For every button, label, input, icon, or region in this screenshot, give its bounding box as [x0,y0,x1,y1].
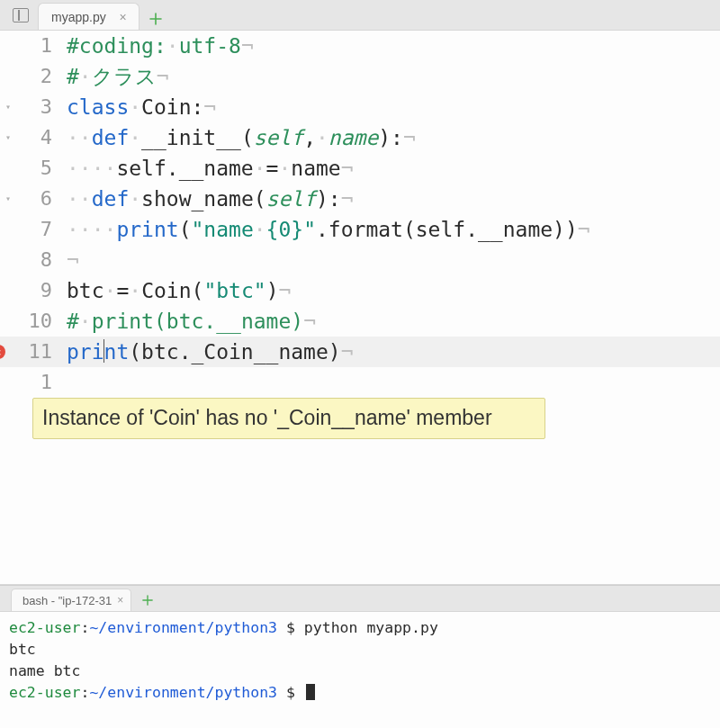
fold-icon[interactable]: ▾ [5,122,11,153]
terminal-output-line: btc [9,639,711,661]
code-text[interactable]: ¬ [63,245,720,275]
code-line[interactable]: 2#·クラス¬ [0,61,720,92]
code-line[interactable]: 9btc·=·Coin("btc")¬ [0,275,720,306]
line-gutter[interactable]: 6▾ [0,184,63,214]
code-line[interactable]: 8¬ [0,245,720,275]
terminal-tab-label: bash - "ip-172-31 [22,594,112,607]
terminal-output-line: name btc [9,661,711,682]
code-line[interactable]: 7····print("name·{0}".format(self.__name… [0,214,720,245]
editor-pane: myapp.py × 1#coding:·utf-8¬2#·クラス¬3▾clas… [0,0,720,585]
line-gutter[interactable]: 5 [0,153,63,184]
code-text[interactable]: class·Coin:¬ [63,92,720,122]
code-text[interactable]: ····print("name·{0}".format(self.__name)… [63,214,720,245]
line-gutter[interactable]: 2 [0,61,63,92]
code-line[interactable]: 11✕print(btc._Coin__name)¬ [0,337,720,367]
terminal-cursor [306,684,315,700]
line-gutter[interactable]: 9 [0,275,63,306]
terminal-output[interactable]: ec2-user:~/environment/python3 $ python … [0,612,720,728]
error-icon[interactable]: ✕ [0,345,5,359]
lint-tooltip: Instance of 'Coin' has no '_Coin__name' … [32,398,545,439]
code-line[interactable]: 5····self.__name·=·name¬ [0,153,720,184]
add-terminal-tab-button[interactable] [137,589,158,611]
code-line[interactable]: 10#·print(btc.__name)¬ [0,306,720,337]
code-text[interactable]: #·print(btc.__name)¬ [63,306,720,337]
code-text[interactable]: ····self.__name·=·name¬ [63,153,720,184]
code-text[interactable]: print(btc._Coin__name)¬ [63,337,720,367]
line-gutter[interactable]: 1 [0,31,63,61]
terminal-pane: bash - "ip-172-31 × ec2-user:~/environme… [0,585,720,728]
line-gutter[interactable]: 10 [0,306,63,337]
code-text[interactable]: btc·=·Coin("btc")¬ [63,275,720,306]
editor-tab-label: myapp.py [51,10,106,24]
panel-toggle-icon[interactable] [4,0,38,30]
code-text[interactable]: #·クラス¬ [63,61,720,92]
line-gutter[interactable]: 3▾ [0,92,63,122]
fold-icon[interactable]: ▾ [5,184,11,214]
code-editor[interactable]: 1#coding:·utf-8¬2#·クラス¬3▾class·Coin:¬4▾·… [0,31,720,584]
terminal-tab[interactable]: bash - "ip-172-31 × [11,589,131,611]
line-gutter[interactable]: 7 [0,214,63,245]
close-icon[interactable]: × [117,10,130,24]
fold-icon[interactable]: ▾ [5,92,11,122]
code-text[interactable]: ··def·show_name(self):¬ [63,184,720,214]
code-line[interactable]: 4▾··def·__init__(self,·name):¬ [0,122,720,153]
line-gutter[interactable]: 1 [0,367,63,398]
code-text[interactable]: ··def·__init__(self,·name):¬ [63,122,720,153]
close-icon[interactable]: × [117,594,123,607]
code-line[interactable]: 3▾class·Coin:¬ [0,92,720,122]
terminal-tab-bar: bash - "ip-172-31 × [0,586,720,612]
code-line[interactable]: 1 [0,367,720,398]
line-gutter[interactable]: 11✕ [0,337,63,367]
line-gutter[interactable]: 4▾ [0,122,63,153]
code-text[interactable]: #coding:·utf-8¬ [63,31,720,61]
terminal-prompt-line[interactable]: ec2-user:~/environment/python3 $ [9,682,711,704]
line-gutter[interactable]: 8 [0,245,63,275]
editor-tab-bar: myapp.py × [0,0,720,31]
code-text[interactable] [63,367,720,398]
code-line[interactable]: 1#coding:·utf-8¬ [0,31,720,61]
add-tab-button[interactable] [145,8,166,30]
editor-tab[interactable]: myapp.py × [38,3,140,30]
terminal-prompt-line[interactable]: ec2-user:~/environment/python3 $ python … [9,617,711,639]
code-line[interactable]: 6▾··def·show_name(self):¬ [0,184,720,214]
